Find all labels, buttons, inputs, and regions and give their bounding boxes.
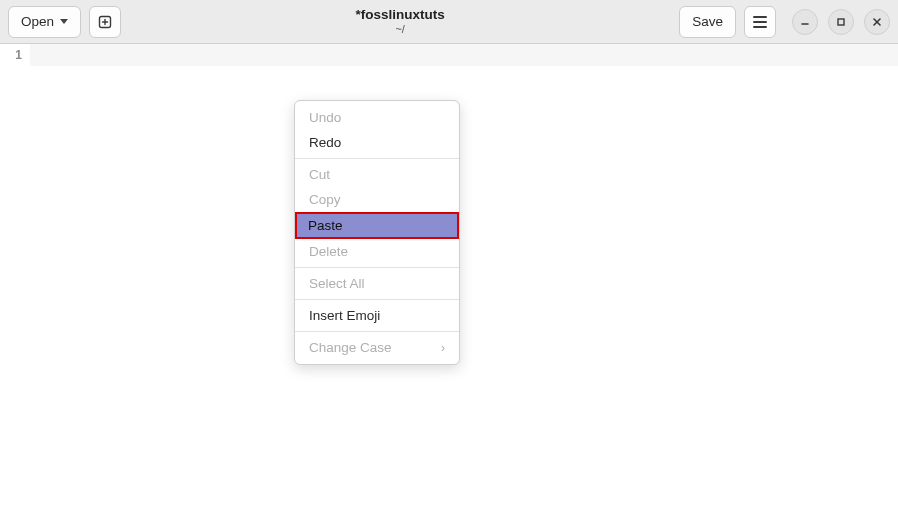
menu-item-change-case: Change Case › <box>295 335 459 360</box>
menu-label-change-case: Change Case <box>309 340 392 355</box>
menu-item-paste[interactable]: Paste <box>295 212 459 239</box>
menu-item-delete: Delete <box>295 239 459 264</box>
document-title: *fosslinuxtuts <box>129 8 671 23</box>
menu-item-undo: Undo <box>295 105 459 130</box>
new-tab-button[interactable] <box>89 6 121 38</box>
current-line-highlight <box>30 44 898 66</box>
document-path: ~/ <box>129 23 671 35</box>
hamburger-menu-button[interactable] <box>744 6 776 38</box>
menu-label-cut: Cut <box>309 167 330 182</box>
menu-item-select-all: Select All <box>295 271 459 296</box>
menu-separator <box>295 299 459 300</box>
close-button[interactable] <box>864 9 890 35</box>
editor-area[interactable]: 1 Undo Redo Cut Copy Paste Delete Select… <box>0 44 898 522</box>
menu-label-insert-emoji: Insert Emoji <box>309 308 380 323</box>
open-button[interactable]: Open <box>8 6 81 38</box>
menu-label-select-all: Select All <box>309 276 365 291</box>
chevron-right-icon: › <box>441 341 445 355</box>
menu-label-paste: Paste <box>308 218 343 233</box>
open-label: Open <box>21 14 54 29</box>
menu-separator <box>295 158 459 159</box>
new-tab-icon <box>97 14 113 30</box>
titlebar: Open *fosslinuxtuts ~/ Save <box>0 0 898 44</box>
hamburger-icon <box>753 16 767 28</box>
menu-label-undo: Undo <box>309 110 341 125</box>
menu-label-redo: Redo <box>309 135 341 150</box>
minimize-icon <box>800 17 810 27</box>
minimize-button[interactable] <box>792 9 818 35</box>
menu-item-insert-emoji[interactable]: Insert Emoji <box>295 303 459 328</box>
menu-separator <box>295 331 459 332</box>
chevron-down-icon <box>60 19 68 24</box>
window-title-area: *fosslinuxtuts ~/ <box>129 8 671 35</box>
close-icon <box>872 17 882 27</box>
menu-item-cut: Cut <box>295 162 459 187</box>
context-menu: Undo Redo Cut Copy Paste Delete Select A… <box>294 100 460 365</box>
menu-label-delete: Delete <box>309 244 348 259</box>
menu-item-redo[interactable]: Redo <box>295 130 459 155</box>
menu-item-copy: Copy <box>295 187 459 212</box>
maximize-button[interactable] <box>828 9 854 35</box>
line-number: 1 <box>0 48 22 62</box>
save-button[interactable]: Save <box>679 6 736 38</box>
menu-separator <box>295 267 459 268</box>
window-controls <box>792 9 890 35</box>
line-number-gutter: 1 <box>0 44 30 522</box>
svg-rect-4 <box>838 19 844 25</box>
maximize-icon <box>836 17 846 27</box>
menu-label-copy: Copy <box>309 192 341 207</box>
save-label: Save <box>692 14 723 29</box>
